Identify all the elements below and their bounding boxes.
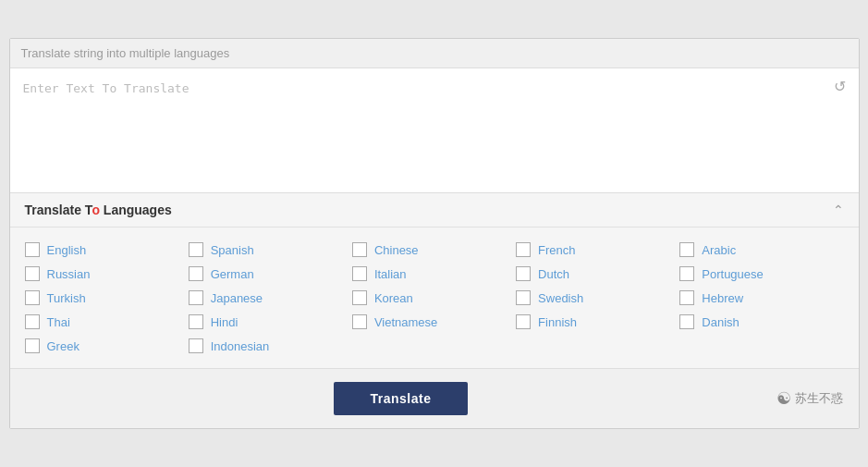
- list-item[interactable]: Chinese: [352, 242, 516, 257]
- list-item[interactable]: Turkish: [25, 290, 189, 305]
- list-item[interactable]: Greek: [25, 338, 189, 353]
- list-item[interactable]: Portuguese: [679, 266, 843, 281]
- lang-label: Vietnamese: [374, 315, 437, 329]
- lang-checkbox-vietnamese[interactable]: [352, 314, 367, 329]
- list-item[interactable]: Indonesian: [189, 338, 352, 353]
- list-item[interactable]: Swedish: [516, 290, 679, 305]
- lang-label: Hindi: [211, 315, 238, 329]
- translate-to-section: Translate To Languages ⌃ English Russian…: [10, 193, 859, 369]
- language-col-5: Arabic Portuguese Hebrew Danish: [679, 242, 843, 353]
- lang-checkbox-hindi[interactable]: [189, 314, 203, 329]
- lang-checkbox-portuguese[interactable]: [679, 266, 694, 281]
- lang-label: Thai: [47, 315, 70, 329]
- watermark-text: 苏生不惑: [795, 390, 843, 407]
- lang-label: Hebrew: [702, 291, 743, 305]
- highlight-letter: o: [92, 203, 100, 217]
- lang-checkbox-spanish[interactable]: [189, 242, 203, 257]
- language-col-4: French Dutch Swedish Finnish: [516, 242, 679, 353]
- lang-checkbox-french[interactable]: [516, 242, 531, 257]
- lang-label: Turkish: [47, 291, 86, 305]
- lang-label: Greek: [47, 339, 79, 353]
- lang-label: Portuguese: [702, 267, 764, 281]
- lang-label: Dutch: [538, 267, 569, 281]
- lang-checkbox-italian[interactable]: [352, 266, 367, 281]
- lang-label: Korean: [374, 291, 413, 305]
- lang-label: English: [47, 243, 87, 257]
- watermark: ☯ 苏生不惑: [776, 388, 843, 409]
- language-col-3: Chinese Italian Korean Vietnamese: [352, 242, 516, 353]
- list-item[interactable]: Arabic: [679, 242, 843, 257]
- lang-label: Russian: [47, 267, 91, 281]
- list-item[interactable]: Dutch: [516, 266, 679, 281]
- lang-label: Spanish: [211, 243, 254, 257]
- list-item[interactable]: French: [516, 242, 679, 257]
- list-item[interactable]: German: [189, 266, 352, 281]
- lang-label: Finnish: [538, 315, 577, 329]
- lang-checkbox-finnish[interactable]: [516, 314, 531, 329]
- lang-label: Swedish: [538, 291, 583, 305]
- list-item[interactable]: Thai: [25, 314, 189, 329]
- lang-label: Japanese: [211, 291, 263, 305]
- text-area-section: ↺: [10, 68, 859, 193]
- lang-checkbox-english[interactable]: [25, 242, 40, 257]
- language-col-2: Spanish German Japanese Hindi Indonesian: [189, 242, 352, 353]
- watermark-icon: ☯: [776, 388, 791, 409]
- lang-checkbox-danish[interactable]: [679, 314, 694, 329]
- lang-checkbox-dutch[interactable]: [516, 266, 531, 281]
- language-col-1: English Russian Turkish Thai Greek: [25, 242, 189, 353]
- list-item[interactable]: Japanese: [189, 290, 352, 305]
- translate-button[interactable]: Translate: [334, 382, 469, 415]
- lang-checkbox-swedish[interactable]: [516, 290, 531, 305]
- list-item[interactable]: Russian: [25, 266, 189, 281]
- lang-checkbox-german[interactable]: [189, 266, 203, 281]
- lang-label: Danish: [702, 315, 739, 329]
- page-title: Translate string into multiple languages: [10, 39, 859, 68]
- lang-checkbox-thai[interactable]: [25, 314, 40, 329]
- list-item[interactable]: Spanish: [189, 242, 352, 257]
- list-item[interactable]: Finnish: [516, 314, 679, 329]
- list-item[interactable]: English: [25, 242, 189, 257]
- reset-icon[interactable]: ↺: [834, 78, 846, 95]
- lang-checkbox-greek[interactable]: [25, 338, 40, 353]
- translate-to-header: Translate To Languages ⌃: [10, 193, 859, 227]
- languages-grid: English Russian Turkish Thai Greek: [10, 227, 859, 368]
- lang-label: German: [211, 267, 254, 281]
- lang-label: Italian: [374, 267, 407, 281]
- lang-checkbox-arabic[interactable]: [679, 242, 694, 257]
- lang-checkbox-russian[interactable]: [25, 266, 40, 281]
- collapse-icon[interactable]: ⌃: [833, 203, 844, 217]
- lang-checkbox-chinese[interactable]: [352, 242, 367, 257]
- translate-to-title: Translate To Languages: [25, 203, 172, 217]
- lang-label: French: [538, 243, 575, 257]
- translate-input[interactable]: [19, 78, 850, 179]
- main-container: Translate string into multiple languages…: [9, 38, 860, 429]
- lang-checkbox-turkish[interactable]: [25, 290, 40, 305]
- lang-label: Arabic: [702, 243, 736, 257]
- lang-checkbox-indonesian[interactable]: [189, 338, 203, 353]
- lang-label: Indonesian: [211, 339, 270, 353]
- lang-label: Chinese: [374, 243, 419, 257]
- lang-checkbox-japanese[interactable]: [189, 290, 203, 305]
- list-item[interactable]: Hebrew: [679, 290, 843, 305]
- list-item[interactable]: Danish: [679, 314, 843, 329]
- list-item[interactable]: Vietnamese: [352, 314, 516, 329]
- list-item[interactable]: Italian: [352, 266, 516, 281]
- lang-checkbox-hebrew[interactable]: [679, 290, 694, 305]
- list-item[interactable]: Korean: [352, 290, 516, 305]
- lang-checkbox-korean[interactable]: [352, 290, 367, 305]
- bottom-section: Translate ☯ 苏生不惑: [10, 369, 859, 428]
- list-item[interactable]: Hindi: [189, 314, 352, 329]
